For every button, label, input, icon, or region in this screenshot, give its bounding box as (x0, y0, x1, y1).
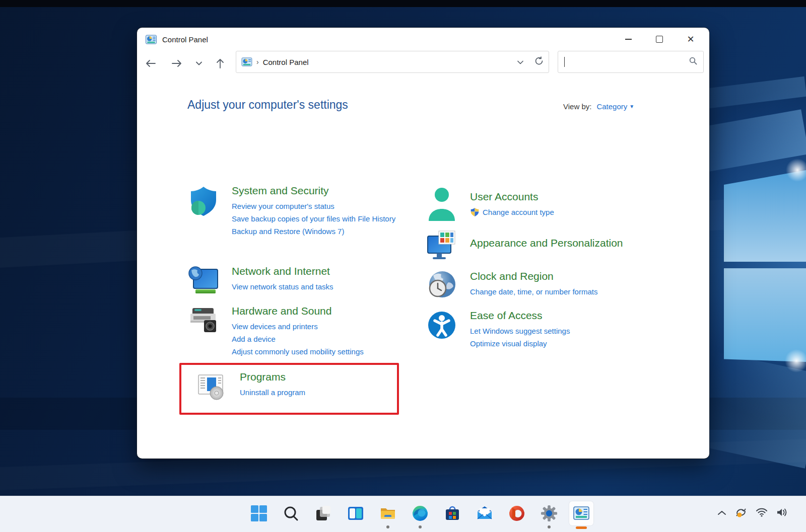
text-caret (564, 57, 565, 67)
system-security-icon[interactable] (187, 185, 220, 221)
task-view-icon (315, 505, 332, 522)
file-explorer-icon (379, 505, 396, 522)
office-icon (508, 505, 525, 522)
category-title[interactable]: Appearance and Personalization (470, 237, 690, 249)
link-uninstall-program[interactable]: Uninstall a program (240, 386, 408, 399)
category-title[interactable]: Ease of Access (470, 310, 690, 322)
view-by-value[interactable]: Category (596, 102, 627, 111)
maximize-icon (656, 36, 663, 43)
category-network-internet: Network and Internet View network status… (187, 265, 400, 296)
active-indicator-pill (576, 526, 587, 529)
back-button[interactable] (142, 55, 159, 72)
close-icon: ✕ (687, 35, 694, 44)
search-box[interactable] (558, 51, 704, 73)
wifi-icon[interactable] (756, 507, 768, 519)
category-programs: Programs Uninstall a program (195, 371, 408, 401)
edge-icon (412, 505, 429, 522)
maximize-button[interactable] (644, 28, 675, 51)
file-explorer-button[interactable] (376, 501, 400, 525)
address-bar[interactable]: › Control Panel (236, 51, 549, 73)
address-dropdown-chevron[interactable] (517, 57, 523, 66)
control-panel-icon (573, 505, 590, 522)
navigation-bar: › Control Panel (137, 51, 709, 80)
ease-of-access-icon[interactable] (426, 310, 458, 341)
page-title: Adjust your computer's settings (187, 98, 348, 112)
link-file-history[interactable]: Save backup copies of your files with Fi… (232, 212, 400, 225)
refresh-icon[interactable] (534, 56, 544, 67)
category-system-security: System and Security Review your computer… (187, 185, 400, 238)
control-panel-window: Control Panel ✕ (137, 28, 709, 459)
taskbar-items (247, 501, 593, 525)
settings-gear-icon (541, 505, 558, 522)
category-title[interactable]: Hardware and Sound (232, 305, 400, 317)
link-review-computer-status[interactable]: Review your computer's status (232, 200, 400, 212)
link-add-device[interactable]: Add a device (232, 333, 400, 345)
onedrive-sync-icon[interactable] (734, 506, 748, 520)
link-network-status[interactable]: View network status and tasks (232, 280, 400, 293)
microsoft-store-icon (444, 505, 461, 522)
category-hardware-sound: Hardware and Sound View devices and prin… (187, 305, 400, 358)
view-by-label: View by: (563, 102, 591, 111)
category-user-accounts: User Accounts Change account type (426, 186, 690, 225)
microsoft-store-button[interactable] (440, 501, 464, 525)
breadcrumb-separator: › (256, 58, 259, 66)
task-view-button[interactable] (311, 501, 335, 525)
programs-icon[interactable] (195, 371, 228, 401)
chevron-down-icon: ▼ (629, 104, 634, 109)
up-button[interactable] (212, 55, 229, 72)
running-indicator-dot (548, 525, 551, 528)
breadcrumb-location[interactable]: Control Panel (263, 58, 309, 66)
link-suggest-settings[interactable]: Let Windows suggest settings (470, 325, 690, 337)
windows-logo-pane (724, 268, 806, 362)
link-devices-printers[interactable]: View devices and printers (232, 320, 400, 333)
user-accounts-icon[interactable] (426, 186, 458, 225)
edge-button[interactable] (408, 501, 432, 525)
control-panel-taskbar-button[interactable] (569, 501, 593, 525)
view-by-control: View by:Category▼ (563, 102, 634, 111)
category-title[interactable]: Network and Internet (232, 265, 400, 277)
link-mobility-settings[interactable]: Adjust commonly used mobility settings (232, 345, 400, 358)
link-change-account-type[interactable]: Change account type (483, 206, 554, 218)
recent-locations-chevron[interactable] (190, 55, 208, 72)
category-title[interactable]: Clock and Region (470, 270, 690, 282)
clock-region-icon[interactable] (426, 269, 458, 300)
mail-icon (476, 505, 493, 522)
link-change-date-time[interactable]: Change date, time, or number formats (470, 285, 690, 298)
hidden-icons-chevron[interactable] (717, 509, 726, 518)
category-title[interactable]: System and Security (232, 185, 400, 197)
running-indicator-dot (386, 525, 389, 528)
settings-button[interactable] (537, 501, 561, 525)
category-title[interactable]: Programs (240, 371, 408, 383)
appearance-personalization-icon[interactable] (426, 229, 458, 261)
hardware-sound-icon[interactable] (187, 305, 220, 336)
close-button[interactable]: ✕ (675, 28, 706, 51)
titlebar: Control Panel ✕ (137, 28, 709, 51)
category-title[interactable]: User Accounts (470, 191, 690, 203)
widgets-button[interactable] (344, 501, 368, 525)
taskbar (0, 496, 806, 532)
uac-shield-icon (470, 207, 480, 217)
minimize-icon (625, 39, 632, 40)
running-indicator-dot (419, 525, 422, 528)
start-button[interactable] (247, 501, 271, 525)
link-backup-restore[interactable]: Backup and Restore (Windows 7) (232, 225, 400, 238)
category-ease-of-access: Ease of Access Let Windows suggest setti… (426, 310, 690, 350)
link-optimize-visual-display[interactable]: Optimize visual display (470, 337, 690, 350)
windows-logo-pane (724, 170, 806, 262)
system-tray (717, 503, 788, 523)
widgets-icon (347, 505, 364, 522)
category-clock-region: Clock and Region Change date, time, or n… (426, 269, 690, 300)
office-button[interactable] (505, 501, 529, 525)
search-icon (689, 57, 697, 67)
network-internet-icon[interactable] (187, 265, 220, 296)
window-title: Control Panel (162, 35, 208, 44)
search-input[interactable] (566, 58, 689, 66)
minimize-button[interactable] (613, 28, 644, 51)
taskbar-search-button[interactable] (279, 501, 303, 525)
forward-button[interactable] (168, 55, 185, 72)
mail-button[interactable] (473, 501, 497, 525)
screen-top-strip (0, 0, 806, 7)
volume-icon[interactable] (776, 507, 788, 519)
main-content: Adjust your computer's settings View by:… (137, 80, 709, 459)
windows-start-icon (250, 505, 267, 522)
